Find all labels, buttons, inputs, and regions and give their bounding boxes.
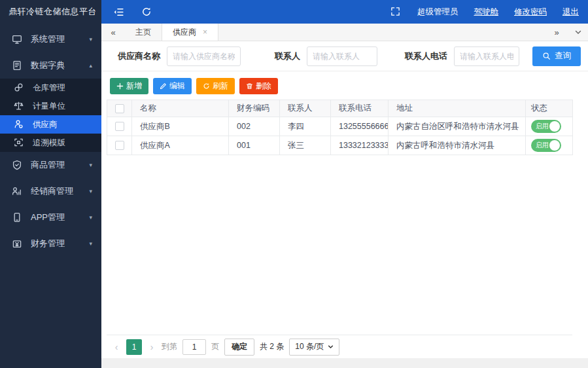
refresh-icon[interactable] — [141, 7, 152, 18]
total-count-label: 共 2 条 — [260, 341, 284, 352]
tab-supplier[interactable]: 供应商 × — [162, 24, 218, 41]
cell-address: 内蒙古自治区呼和浩特市清水河县 — [389, 117, 526, 136]
sidebar-item-warehouse-management[interactable]: 仓库管理 — [0, 79, 101, 97]
contact-phone-input[interactable] — [454, 46, 519, 66]
fullscreen-icon[interactable] — [390, 7, 402, 18]
empty-space — [107, 155, 572, 335]
close-icon[interactable]: × — [203, 28, 207, 37]
chevron-down-icon — [328, 344, 334, 350]
supplier-table: 名称 财务编码 联系人 联系电话 地址 状态 供应商B 002 — [107, 100, 573, 155]
table-row[interactable]: 供应商B 002 李四 13255556666 内蒙古自治区呼和浩特市清水河县 … — [107, 117, 573, 136]
menu-fold-icon[interactable] — [113, 7, 124, 18]
sidebar-item-distributor-management[interactable]: 经销商管理 ▾ — [0, 178, 101, 204]
tab-bar: « 主页 供应商 × » — [101, 24, 588, 41]
toggle-knob — [549, 140, 560, 151]
sidebar-item-app-management[interactable]: APP管理 ▾ — [0, 204, 101, 230]
tabs-scroll-right-icon[interactable]: » — [545, 24, 568, 41]
sidebar-item-product-management[interactable]: 商品管理 ▾ — [0, 152, 101, 178]
topbar: 超级管理员 驾驶舱 修改密码 退出 — [101, 0, 588, 24]
sidebar-item-supplier[interactable]: 供应商 — [0, 115, 101, 134]
sidebar-item-label: 商品管理 — [31, 159, 65, 171]
delete-button-label: 删除 — [256, 81, 271, 92]
finance-icon — [12, 238, 22, 249]
contact-label: 联系人 — [275, 50, 300, 62]
search-icon — [542, 52, 551, 60]
add-button-label: 新增 — [126, 81, 142, 92]
change-password-link[interactable]: 修改密码 — [514, 7, 547, 18]
edit-button-label: 编辑 — [169, 81, 185, 92]
sidebar-item-label: 追溯模版 — [33, 138, 65, 149]
edit-button[interactable]: 编辑 — [153, 78, 192, 94]
sidebar-item-system-management[interactable]: 系统管理 ▾ — [0, 26, 101, 52]
sidebar-item-label: 数据字典 — [31, 60, 65, 71]
page-jump-input[interactable] — [182, 339, 206, 355]
contact-input[interactable] — [307, 46, 377, 66]
distributor-icon — [12, 186, 22, 196]
sidebar-item-measurement-unit[interactable]: 计量单位 — [0, 97, 101, 115]
cockpit-link[interactable]: 驾驶舱 — [474, 7, 499, 18]
column-header-phone: 联系电话 — [331, 100, 389, 117]
cell-phone: 13255556666 — [331, 117, 389, 136]
sidebar-item-label: APP管理 — [31, 212, 65, 223]
page-number-button[interactable]: 1 — [126, 339, 142, 355]
tab-label: 主页 — [135, 27, 151, 38]
refresh-button[interactable]: 刷新 — [196, 78, 235, 94]
content-panel: 供应商名称 联系人 联系人电话 查询 新增 编辑 — [101, 41, 588, 358]
sidebar: 鼎轩冷链仓储信息平台 系统管理 ▾ 数据字典 ▴ — [0, 0, 101, 368]
sidebar-item-label: 计量单位 — [33, 101, 65, 112]
app-logo-title: 鼎轩冷链仓储信息平台 — [0, 0, 101, 24]
scale-icon — [14, 101, 24, 111]
sidebar-item-label: 仓库管理 — [33, 83, 65, 94]
table-zone: 名称 财务编码 联系人 联系电话 地址 状态 供应商B 002 — [101, 100, 588, 358]
column-header-address: 地址 — [389, 100, 526, 117]
column-header-contact: 联系人 — [280, 100, 331, 117]
next-page-icon[interactable]: › — [147, 342, 156, 352]
tab-home[interactable]: 主页 — [125, 24, 162, 41]
sidebar-item-data-dictionary[interactable]: 数据字典 ▴ — [0, 52, 101, 79]
column-header-name: 名称 — [132, 100, 229, 117]
page-jump-confirm-button[interactable]: 确定 — [224, 339, 254, 356]
column-header-code: 财务编码 — [229, 100, 280, 117]
select-all-checkbox[interactable] — [115, 104, 124, 113]
cell-name: 供应商A — [132, 136, 229, 155]
cell-code: 002 — [229, 117, 280, 136]
monitor-icon — [12, 34, 22, 45]
row-checkbox[interactable] — [115, 141, 124, 150]
prev-page-icon[interactable]: ‹ — [112, 342, 121, 352]
shield-icon — [12, 160, 22, 170]
logout-link[interactable]: 退出 — [562, 7, 579, 18]
supplier-name-input[interactable] — [167, 46, 241, 66]
refresh-icon — [203, 83, 210, 90]
status-toggle[interactable]: 启用 — [531, 139, 561, 152]
bottom-strip — [101, 358, 588, 368]
table-row[interactable]: 供应商A 001 张三 13332123333 内蒙古呼和浩特市清水河县 启用 — [107, 136, 573, 155]
cell-code: 001 — [229, 136, 280, 155]
delete-button[interactable]: 删除 — [239, 78, 278, 94]
search-button-label: 查询 — [555, 50, 571, 62]
sidebar-item-label: 经销商管理 — [31, 185, 73, 197]
column-header-status: 状态 — [526, 100, 573, 117]
cell-name: 供应商B — [132, 117, 229, 136]
sidebar-item-label: 供应商 — [33, 119, 58, 130]
tab-label: 供应商 — [173, 27, 196, 38]
supplier-icon — [14, 119, 24, 130]
tabs-scroll-left-icon[interactable]: « — [101, 24, 125, 41]
page-unit-label: 页 — [211, 341, 219, 352]
sidebar-item-trace-template[interactable]: 追溯模版 — [0, 134, 101, 152]
status-toggle-label: 启用 — [536, 122, 549, 131]
status-toggle-label: 启用 — [536, 141, 549, 150]
sidebar-item-finance-management[interactable]: 财务管理 ▾ — [0, 230, 101, 257]
search-button[interactable]: 查询 — [532, 46, 581, 66]
plus-icon — [116, 83, 124, 90]
cell-address: 内蒙古呼和浩特市清水河县 — [389, 136, 526, 155]
app-window: 鼎轩冷链仓储信息平台 系统管理 ▾ 数据字典 ▴ — [0, 0, 588, 368]
tabs-menu-chevron-icon[interactable] — [568, 24, 588, 41]
chevron-down-icon: ▾ — [89, 214, 92, 221]
add-button[interactable]: 新增 — [110, 78, 148, 94]
pencil-icon — [160, 83, 167, 90]
filter-bar: 供应商名称 联系人 联系人电话 查询 — [101, 41, 588, 71]
row-checkbox[interactable] — [115, 122, 124, 131]
refresh-button-label: 刷新 — [213, 81, 228, 92]
page-size-select[interactable]: 10 条/页 — [289, 339, 339, 356]
status-toggle[interactable]: 启用 — [531, 120, 561, 133]
